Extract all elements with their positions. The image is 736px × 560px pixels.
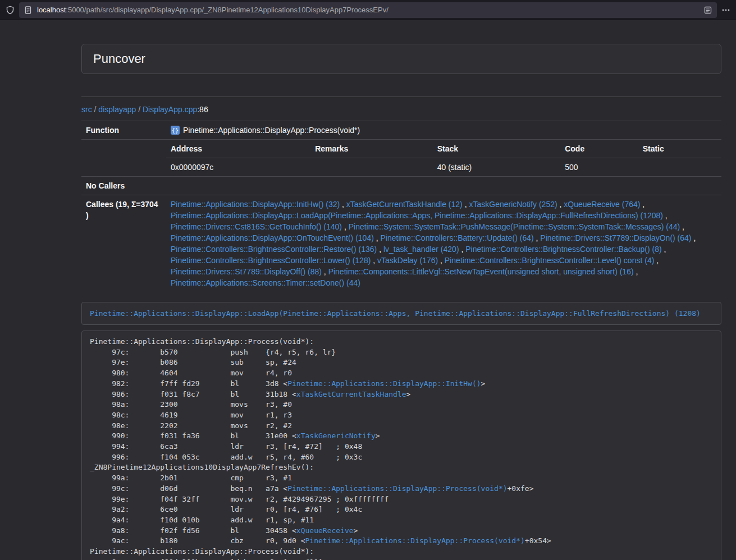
callee-separator: ,	[340, 200, 346, 209]
code-value: 500	[560, 158, 638, 177]
callee-link[interactable]: Pinetime::Drivers::Cst816S::GetTouchInfo…	[171, 222, 342, 231]
callee-link[interactable]: Pinetime::Controllers::Battery::Update()…	[381, 233, 534, 242]
callee-link[interactable]: Pinetime::Components::LittleVgl::SetNewT…	[328, 267, 634, 276]
callee-link[interactable]: xTaskGenericNotify (252)	[469, 200, 557, 209]
code-symbol-link[interactable]: xTaskGetCurrentTaskHandle	[296, 390, 406, 398]
callee-link[interactable]: Pinetime::Applications::DisplayApp::OnTo…	[171, 233, 374, 242]
callee-separator: ,	[692, 233, 696, 242]
callee-link[interactable]: Pinetime::Controllers::BrightnessControl…	[171, 245, 377, 254]
stack-value: 40 (static)	[433, 158, 560, 177]
svg-text:{}: {}	[172, 127, 179, 134]
function-row: Function {} Pinetime::Applications::Disp…	[81, 121, 721, 140]
callees-list: Pinetime::Applications::DisplayApp::Init…	[166, 195, 721, 292]
page-container: Puncover src / displayapp / DisplayApp.c…	[81, 44, 721, 560]
function-details-row: Address Remarks Stack Code Static 0x0000…	[81, 140, 721, 177]
callee-separator: ,	[663, 211, 668, 220]
callee-link[interactable]: Pinetime::Applications::Screens::Timer::…	[171, 278, 360, 287]
code-symbol-link[interactable]: xTaskGenericNotify	[296, 432, 376, 440]
callee-separator: ,	[662, 245, 666, 254]
callee-separator: ,	[377, 245, 383, 254]
breadcrumb-link[interactable]: DisplayApp.cpp	[143, 105, 197, 114]
divider	[81, 97, 721, 97]
callees-label: Callees (19, Σ=3704 )	[81, 195, 166, 292]
callee-link[interactable]: Pinetime::Applications::DisplayApp::Load…	[171, 211, 663, 220]
app-header: Puncover	[81, 44, 721, 74]
column-address: Address	[166, 140, 310, 158]
function-details-table: Address Remarks Stack Code Static 0x0000…	[166, 140, 721, 176]
callee-link[interactable]: Pinetime::Drivers::St7789::DisplayOff() …	[171, 267, 322, 276]
callee-link[interactable]: Pinetime::Drivers::St7789::DisplayOn() (…	[540, 233, 691, 242]
callees-row: Callees (19, Σ=3704 ) Pinetime::Applicat…	[81, 195, 721, 292]
callee-separator: ,	[557, 200, 564, 209]
callee-link[interactable]: Pinetime::Applications::DisplayApp::Init…	[171, 200, 340, 209]
callee-link[interactable]: Pinetime::System::SystemTask::PushMessag…	[349, 222, 680, 231]
callee-separator: ,	[680, 222, 684, 231]
more-options-icon[interactable]	[721, 6, 730, 15]
callee-separator: ,	[640, 200, 644, 209]
function-table: Function {} Pinetime::Applications::Disp…	[81, 121, 721, 292]
page-title: Puncover	[93, 52, 710, 66]
details-header-row: Address Remarks Stack Code Static	[166, 140, 721, 158]
callee-link[interactable]: Pinetime::Controllers::BrightnessControl…	[465, 245, 661, 254]
no-callers-row: No Callers	[81, 177, 721, 195]
code-symbol-link[interactable]: Pinetime::Applications::DisplayApp::Proc…	[305, 536, 525, 545]
browser-toolbar: localhost:5000/path/src/displayapp/Displ…	[0, 0, 736, 20]
function-label: Function	[81, 121, 166, 140]
code-symbol-link[interactable]: Pinetime::Applications::DisplayApp::Init…	[287, 379, 481, 388]
callee-separator: ,	[654, 256, 659, 265]
loadapp-symbol-link[interactable]: Pinetime::Applications::DisplayApp::Load…	[90, 309, 701, 318]
callee-separator: ,	[322, 267, 328, 276]
callee-link[interactable]: Pinetime::Controllers::BrightnessControl…	[445, 256, 654, 265]
code-symbol-link[interactable]: Pinetime::Applications::DisplayApp::Proc…	[287, 484, 507, 493]
reader-view-icon[interactable]	[703, 6, 712, 15]
symbol-icon: {}	[171, 126, 180, 135]
url-text: localhost:5000/path/src/displayapp/Displ…	[37, 6, 388, 14]
breadcrumb-separator: /	[136, 105, 143, 114]
details-empty-label	[81, 140, 166, 177]
address-value: 0x0000097c	[166, 158, 310, 177]
callee-separator: ,	[534, 233, 541, 242]
breadcrumb-separator: /	[92, 105, 99, 114]
callee-separator: ,	[459, 245, 466, 254]
url-host: localhost	[37, 6, 66, 14]
callee-separator: ,	[342, 222, 349, 231]
no-callers-value	[166, 177, 721, 195]
remarks-value	[310, 158, 433, 177]
callee-link[interactable]: Pinetime::Controllers::BrightnessControl…	[171, 256, 371, 265]
no-callers-label: No Callers	[81, 177, 166, 195]
callee-separator: ,	[438, 256, 445, 265]
breadcrumb: src / displayapp / DisplayApp.cpp:86	[81, 104, 721, 115]
callee-link[interactable]: xTaskGetCurrentTaskHandle (12)	[346, 200, 463, 209]
function-name: Pinetime::Applications::DisplayApp::Proc…	[183, 125, 360, 136]
code-symbol-link[interactable]: xQueueReceive	[296, 526, 354, 535]
breadcrumb-line-number: :86	[197, 105, 208, 114]
breadcrumb-link[interactable]: src	[81, 105, 92, 114]
callee-link[interactable]: vTaskDelay (176)	[377, 256, 438, 265]
url-path: :5000/path/src/displayapp/DisplayApp.cpp…	[66, 6, 388, 14]
disassembly-block: Pinetime::Applications::DisplayApp::Proc…	[81, 331, 721, 560]
callee-separator: ,	[634, 267, 638, 276]
callee-link[interactable]: xQueueReceive (764)	[564, 200, 640, 209]
highlight-box: Pinetime::Applications::DisplayApp::Load…	[81, 302, 721, 325]
static-value	[638, 158, 721, 177]
column-code: Code	[560, 140, 638, 158]
callee-separator: ,	[463, 200, 469, 209]
function-name-cell: {} Pinetime::Applications::DisplayApp::P…	[171, 125, 717, 136]
page-info-icon[interactable]	[24, 6, 33, 15]
column-remarks: Remarks	[310, 140, 433, 158]
url-bar[interactable]: localhost:5000/path/src/displayapp/Displ…	[19, 2, 717, 18]
callee-separator: ,	[374, 233, 381, 242]
column-stack: Stack	[433, 140, 560, 158]
breadcrumb-link[interactable]: displayapp	[98, 105, 136, 114]
callee-link[interactable]: lv_task_handler (420)	[383, 245, 459, 254]
callee-separator: ,	[371, 256, 377, 265]
shield-icon[interactable]	[6, 6, 15, 15]
details-value-row: 0x0000097c 40 (static) 500	[166, 158, 721, 177]
column-static: Static	[638, 140, 721, 158]
